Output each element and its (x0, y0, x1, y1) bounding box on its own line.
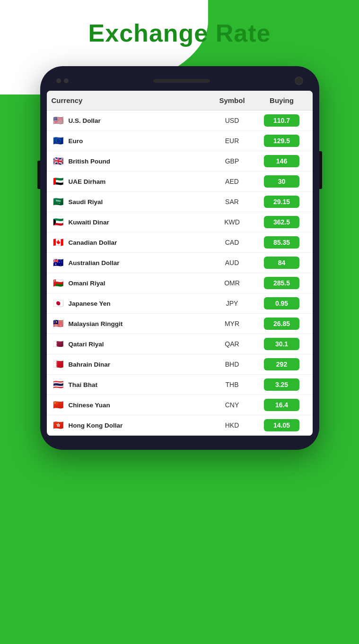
buying-badge: 30.1 (264, 338, 299, 350)
symbol-cell: MYR (209, 320, 256, 327)
symbol-cell: BHD (209, 361, 256, 368)
table-row: 🇨🇳 Chinese Yuan CNY 16.4 (47, 395, 313, 415)
table-header: Currency Symbol Buying (47, 91, 313, 111)
flag-icon: 🇨🇦 (52, 238, 65, 247)
currency-cell: 🇺🇸 U.S. Dollar (52, 116, 209, 125)
currency-name: Euro (69, 137, 83, 145)
dot-2 (64, 78, 69, 83)
currency-cell: 🇰🇼 Kuwaiti Dinar (52, 217, 209, 227)
currency-name: Canadian Dollar (69, 239, 117, 246)
currency-name: Hong Kong Dollar (69, 422, 123, 429)
currency-cell: 🇯🇵 Japanese Yen (52, 299, 209, 308)
currency-cell: 🇪🇺 Euro (52, 136, 209, 146)
table-row: 🇧🇭 Bahrain Dinar BHD 292 (47, 354, 313, 375)
flag-icon: 🇨🇳 (52, 400, 65, 410)
table-row: 🇦🇺 Australian Dollar AUD 84 (47, 253, 313, 273)
buying-cell: 285.5 (256, 277, 308, 289)
phone-body: Currency Symbol Buying 🇺🇸 U.S. Dollar US… (40, 66, 319, 450)
symbol-cell: KWD (209, 218, 256, 226)
flag-icon: 🇶🇦 (52, 339, 65, 349)
symbol-cell: EUR (209, 137, 256, 145)
flag-icon: 🇰🇼 (52, 217, 65, 227)
table-row: 🇴🇲 Omani Riyal OMR 285.5 (47, 273, 313, 293)
currency-cell: 🇦🇺 Australian Dollar (52, 258, 209, 267)
flag-icon: 🇦🇪 (52, 177, 65, 186)
side-button-left (37, 161, 40, 189)
flag-icon: 🇸🇦 (52, 197, 65, 206)
currency-name: Bahrain Dinar (69, 361, 111, 368)
currency-name: Qatari Riyal (69, 341, 104, 348)
symbol-cell: USD (209, 117, 256, 124)
flag-icon: 🇧🇭 (52, 360, 65, 369)
currency-name: British Pound (69, 158, 111, 165)
currency-name: Australian Dollar (69, 259, 120, 266)
buying-badge: 110.7 (264, 114, 299, 127)
dot-1 (56, 78, 61, 83)
buying-cell: 84 (256, 257, 308, 269)
buying-badge: 26.85 (264, 318, 299, 330)
buying-badge: 3.25 (264, 378, 299, 391)
symbol-cell: CNY (209, 401, 256, 409)
table-row: 🇬🇧 British Pound GBP 146 (47, 151, 313, 172)
buying-badge: 146 (264, 155, 299, 167)
buying-cell: 362.5 (256, 216, 308, 228)
speaker (153, 79, 210, 83)
symbol-cell: JPY (209, 300, 256, 307)
buying-cell: 0.95 (256, 297, 308, 309)
buying-cell: 110.7 (256, 114, 308, 127)
flag-icon: 🇯🇵 (52, 299, 65, 308)
currency-name: Saudi Riyal (69, 198, 103, 206)
table-row: 🇭🇰 Hong Kong Dollar HKD 14.05 (47, 415, 313, 436)
symbol-cell: SAR (209, 198, 256, 206)
symbol-cell: OMR (209, 279, 256, 287)
currency-cell: 🇨🇳 Chinese Yuan (52, 400, 209, 410)
currency-cell: 🇧🇭 Bahrain Dinar (52, 360, 209, 369)
phone-mockup: Currency Symbol Buying 🇺🇸 U.S. Dollar US… (0, 66, 359, 450)
currency-name: Kuwaiti Dinar (69, 219, 109, 226)
flag-icon: 🇦🇺 (52, 258, 65, 267)
buying-cell: 3.25 (256, 378, 308, 391)
currency-cell: 🇦🇪 UAE Dirham (52, 177, 209, 186)
buying-badge: 30 (264, 175, 299, 188)
buying-badge: 362.5 (264, 216, 299, 228)
currency-name: Japanese Yen (69, 300, 111, 307)
currency-cell: 🇨🇦 Canadian Dollar (52, 238, 209, 247)
phone-notch (47, 75, 313, 91)
currency-name: UAE Dirham (69, 178, 106, 185)
symbol-cell: THB (209, 381, 256, 388)
currency-name: Malaysian Ringgit (69, 320, 123, 327)
symbol-cell: AUD (209, 259, 256, 266)
side-button-right (319, 151, 322, 189)
buying-cell: 29.15 (256, 196, 308, 208)
currency-cell: 🇭🇰 Hong Kong Dollar (52, 421, 209, 430)
table-row: 🇸🇦 Saudi Riyal SAR 29.15 (47, 192, 313, 212)
header-currency: Currency (52, 96, 209, 104)
page-header: Exchange Rate (0, 0, 359, 61)
symbol-cell: AED (209, 178, 256, 185)
phone-screen: Currency Symbol Buying 🇺🇸 U.S. Dollar US… (47, 91, 313, 436)
buying-badge: 84 (264, 257, 299, 269)
flag-icon: 🇲🇾 (52, 319, 65, 328)
symbol-cell: QAR (209, 340, 256, 348)
camera-lens (295, 77, 303, 85)
table-row: 🇺🇸 U.S. Dollar USD 110.7 (47, 111, 313, 131)
header-buying: Buying (256, 96, 308, 104)
buying-cell: 146 (256, 155, 308, 167)
symbol-cell: CAD (209, 239, 256, 246)
table-row: 🇶🇦 Qatari Riyal QAR 30.1 (47, 334, 313, 354)
buying-badge: 29.15 (264, 196, 299, 208)
currency-name: Chinese Yuan (69, 402, 110, 409)
buying-cell: 30 (256, 175, 308, 188)
buying-cell: 292 (256, 358, 308, 370)
buying-badge: 129.5 (264, 135, 299, 147)
table-row: 🇨🇦 Canadian Dollar CAD 85.35 (47, 232, 313, 253)
currency-name: Omani Riyal (69, 280, 105, 287)
buying-badge: 285.5 (264, 277, 299, 289)
page-title: Exchange Rate (0, 19, 359, 47)
buying-badge: 16.4 (264, 399, 299, 411)
currency-cell: 🇶🇦 Qatari Riyal (52, 339, 209, 349)
flag-icon: 🇹🇭 (52, 380, 65, 389)
flag-icon: 🇺🇸 (52, 116, 65, 125)
currency-cell: 🇲🇾 Malaysian Ringgit (52, 319, 209, 328)
buying-badge: 0.95 (264, 297, 299, 309)
